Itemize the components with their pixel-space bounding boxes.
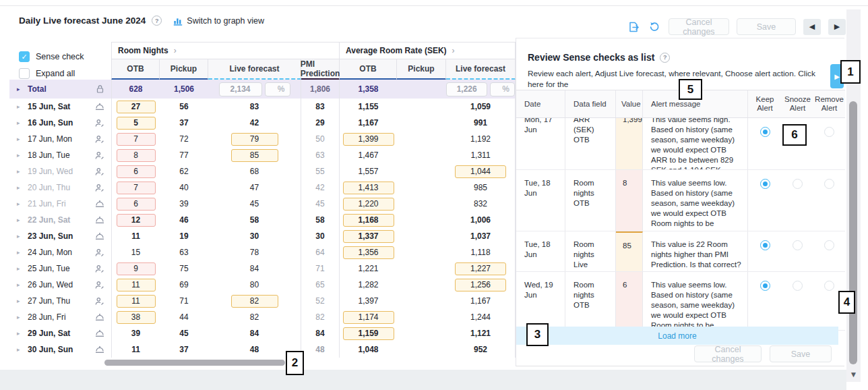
row-expander[interactable]: ▸ — [9, 260, 26, 277]
cell-rn-otb[interactable]: 15 — [111, 244, 160, 260]
cell-arr-otb[interactable]: 1,159 — [340, 325, 397, 341]
row-expander[interactable]: ▸ — [9, 99, 26, 115]
keep-alert-radio[interactable] — [760, 179, 770, 189]
cell-arr-otb[interactable]: 1,399 — [340, 131, 397, 147]
help-icon[interactable]: ? — [152, 16, 162, 26]
horizontal-scrollbar-thumb[interactable] — [104, 360, 285, 366]
flagged-rn-otb-value[interactable]: 38 — [117, 311, 156, 324]
total-rn-lf-input[interactable]: 2,134 — [219, 82, 262, 96]
cell-arr-otb[interactable]: 1,282 — [340, 277, 397, 293]
flagged-arr-otb-value[interactable]: 1,220 — [343, 198, 394, 211]
flagged-rn-otb-value[interactable]: 12 — [117, 214, 156, 227]
col-header-rn-live-forecast[interactable]: Live forecast — [208, 59, 301, 80]
cell-arr-otb[interactable]: 1,168 — [340, 212, 397, 228]
cell-rn-live-forecast[interactable]: 45 — [208, 196, 301, 212]
flagged-arr-otb-value[interactable]: 1,168 — [343, 214, 394, 227]
export-icon[interactable] — [627, 20, 640, 34]
cell-rn-live-forecast[interactable]: 78 — [208, 244, 301, 260]
cell-arr-live-forecast[interactable]: 1,044 — [446, 163, 516, 179]
cell-rn-live-forecast[interactable]: 47 — [208, 179, 301, 196]
panel-save-button[interactable]: Save — [770, 345, 832, 362]
cell-rn-live-forecast[interactable]: 82 — [208, 293, 301, 309]
cell-arr-live-forecast[interactable]: 1,167 — [446, 293, 516, 309]
col-header-rn-otb[interactable]: OTB — [111, 59, 160, 80]
col-header-arr-live-forecast[interactable]: Live forecast — [446, 59, 516, 80]
flagged-rn-otb-value[interactable]: 6 — [117, 165, 156, 178]
cell-arr-otb[interactable]: 1,467 — [340, 147, 397, 163]
cell-arr-otb[interactable]: 1,413 — [340, 179, 397, 196]
remove-alert-radio[interactable] — [824, 179, 834, 189]
switch-to-graph-view-button[interactable]: Switch to graph view — [173, 16, 264, 26]
flagged-arr-otb-value[interactable]: 1,174 — [343, 311, 394, 324]
cell-arr-otb[interactable]: 1,155 — [340, 99, 397, 115]
snooze-alert-radio[interactable] — [793, 240, 803, 250]
group-header-arr[interactable]: Average Room Rate (SEK) › — [340, 42, 516, 59]
cell-rn-otb[interactable]: 6 — [111, 163, 160, 179]
flagged-rn-otb-value[interactable]: 8 — [117, 149, 156, 162]
col-header-rn-pickup[interactable]: Pickup — [160, 59, 208, 80]
flagged-rn-otb-value[interactable]: 9 — [117, 262, 156, 275]
flagged-rn-otb-value[interactable]: 11 — [117, 279, 156, 291]
cell-rn-otb[interactable]: 11 — [111, 277, 160, 293]
cell-rn-otb[interactable]: 11 — [111, 228, 160, 244]
next-page-button[interactable]: ▶ — [828, 19, 846, 35]
flagged-rn-lf-value[interactable]: 85 — [231, 149, 278, 162]
row-expander[interactable]: ▸ — [9, 147, 26, 163]
total-arr-percent-input[interactable]: % — [490, 82, 515, 96]
cell-arr-otb[interactable]: 1,356 — [340, 244, 397, 260]
cell-rn-otb[interactable]: 8 — [111, 147, 160, 163]
cell-rn-otb[interactable]: 7 — [111, 131, 160, 147]
flagged-arr-otb-value[interactable]: 1,356 — [343, 246, 394, 259]
cell-arr-live-forecast[interactable]: 985 — [446, 179, 516, 196]
flagged-arr-otb-value[interactable]: 1,413 — [343, 182, 394, 194]
snooze-alert-radio[interactable] — [793, 281, 803, 291]
col-header-arr-pickup[interactable]: Pickup — [397, 59, 446, 80]
remove-alert-radio[interactable] — [824, 127, 834, 137]
undo-icon[interactable] — [648, 20, 661, 34]
cell-rn-otb[interactable]: 7 — [111, 179, 160, 196]
flagged-arr-otb-value[interactable]: 1,337 — [343, 230, 394, 243]
cell-rn-otb[interactable]: 39 — [111, 325, 160, 341]
cell-arr-live-forecast[interactable]: 1,006 — [446, 212, 516, 228]
cell-rn-live-forecast[interactable]: 42 — [208, 115, 301, 131]
load-more-link[interactable]: Load more — [658, 331, 696, 341]
flagged-rn-otb-value[interactable]: 6 — [117, 198, 156, 211]
cell-rn-live-forecast[interactable]: 68 — [208, 163, 301, 179]
flagged-arr-lf-value[interactable]: 1,256 — [455, 279, 506, 291]
flagged-rn-otb-value[interactable]: 5 — [117, 117, 156, 130]
panel-cancel-changes-button[interactable]: Cancel changes — [694, 345, 762, 362]
cell-rn-live-forecast[interactable]: 85 — [208, 147, 301, 163]
row-expander[interactable]: ▸ — [9, 341, 26, 358]
vertical-scrollbar-thumb[interactable] — [849, 101, 857, 364]
remove-alert-radio[interactable] — [824, 281, 834, 291]
row-expander[interactable]: ▸ — [9, 179, 26, 196]
cell-rn-otb[interactable]: 5 — [111, 115, 160, 131]
cell-arr-live-forecast[interactable]: 1,244 — [446, 309, 516, 325]
cell-arr-live-forecast[interactable]: 952 — [446, 341, 516, 358]
cell-rn-live-forecast[interactable]: 80 — [208, 277, 301, 293]
col-header-pmi-prediction[interactable]: PMI Prediction — [301, 59, 340, 80]
row-expander[interactable]: ▸ — [9, 212, 26, 228]
total-rn-percent-input[interactable]: % — [265, 82, 290, 96]
load-more-bar[interactable]: Load more — [516, 327, 838, 345]
row-expander[interactable]: ▸ — [9, 244, 26, 260]
cell-rn-live-forecast[interactable]: 84 — [208, 325, 301, 341]
cell-arr-live-forecast[interactable]: 1,059 — [446, 99, 516, 115]
cell-rn-otb[interactable]: 12 — [111, 212, 160, 228]
previous-page-button[interactable]: ◀ — [803, 19, 821, 35]
flagged-arr-lf-value[interactable]: 1,044 — [455, 165, 506, 178]
cell-arr-live-forecast[interactable]: 1,311 — [446, 147, 516, 163]
cell-arr-live-forecast[interactable]: 1,118 — [446, 244, 516, 260]
col-header-arr-otb[interactable]: OTB — [340, 59, 397, 80]
row-expander[interactable]: ▸ — [9, 228, 26, 244]
cell-rn-otb[interactable]: 38 — [111, 309, 160, 325]
cancel-changes-button[interactable]: Cancel changes — [669, 18, 729, 35]
row-expander[interactable]: ▸ — [9, 309, 26, 325]
sense-check-checkbox[interactable] — [19, 51, 30, 62]
cell-rn-otb[interactable]: 27 — [111, 99, 160, 115]
row-expander[interactable]: ▸ — [9, 277, 26, 293]
row-expander[interactable]: ▸ — [9, 115, 26, 131]
row-expander[interactable]: ▸ — [9, 196, 26, 212]
cell-rn-otb[interactable]: 6 — [111, 196, 160, 212]
flagged-rn-otb-value[interactable]: 11 — [117, 295, 156, 308]
